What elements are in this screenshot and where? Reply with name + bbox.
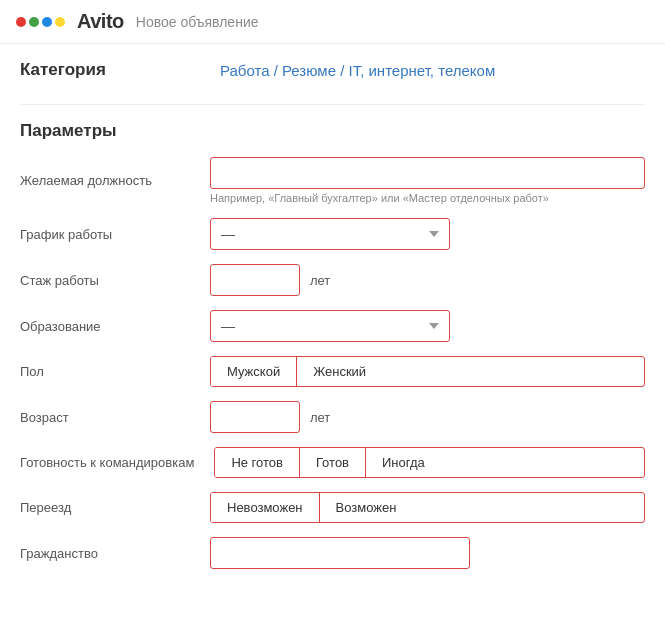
field-gender: Пол Мужской Женский [20,356,645,387]
work-schedule-select[interactable]: — Полный день Неполный день Сменный Вахт… [210,218,450,250]
divider [20,104,645,105]
trips-not-ready-btn[interactable]: Не готов [215,448,300,477]
field-age: Возраст лет [20,401,645,433]
category-link[interactable]: Работа / Резюме / IT, интернет, телеком [220,62,495,79]
label-relocation: Переезд [20,500,190,515]
app-header: Avito Новое объявление [0,0,665,44]
work-experience-unit: лет [310,273,330,288]
citizenship-control [210,537,645,569]
circle-green [29,17,39,27]
label-business-trips: Готовность к командировкам [20,455,194,470]
education-select[interactable]: — Среднее Среднее специальное Неоконченн… [210,310,450,342]
field-business-trips: Готовность к командировкам Не готов Гото… [20,447,645,478]
label-desired-position: Желаемая должность [20,173,190,188]
citizenship-input[interactable] [210,537,470,569]
work-experience-input[interactable] [210,264,300,296]
label-work-schedule: График работы [20,227,190,242]
label-education: Образование [20,319,190,334]
page-subtitle: Новое объявление [136,14,259,30]
trips-sometimes-btn[interactable]: Иногда [366,448,441,477]
field-relocation: Переезд Невозможен Возможен [20,492,645,523]
main-content: Категория Работа / Резюме / IT, интернет… [0,44,665,599]
relocation-control: Невозможен Возможен [210,492,645,523]
work-schedule-control: — Полный день Неполный день Сменный Вахт… [210,218,645,250]
circle-red [16,17,26,27]
circle-yellow [55,17,65,27]
age-input[interactable] [210,401,300,433]
gender-btn-group: Мужской Женский [210,356,645,387]
params-title: Параметры [20,121,645,141]
field-education: Образование — Среднее Среднее специально… [20,310,645,342]
trips-ready-btn[interactable]: Готов [300,448,366,477]
age-control: лет [210,401,645,433]
label-age: Возраст [20,410,190,425]
education-control: — Среднее Среднее специальное Неоконченн… [210,310,645,342]
relocation-possible-btn[interactable]: Возможен [320,493,413,522]
relocation-btn-group: Невозможен Возможен [210,492,645,523]
relocation-impossible-btn[interactable]: Невозможен [211,493,320,522]
label-citizenship: Гражданство [20,546,190,561]
field-desired-position: Желаемая должность Например, «Главный бу… [20,157,645,204]
logo-text: Avito [77,10,124,33]
circle-blue [42,17,52,27]
field-work-experience: Стаж работы лет [20,264,645,296]
category-label: Категория [20,60,160,80]
label-work-experience: Стаж работы [20,273,190,288]
label-gender: Пол [20,364,190,379]
field-citizenship: Гражданство [20,537,645,569]
business-trips-btn-group: Не готов Готов Иногда [214,447,645,478]
business-trips-control: Не готов Готов Иногда [214,447,645,478]
gender-female-btn[interactable]: Женский [297,357,382,386]
desired-position-control: Например, «Главный бухгалтер» или «Масте… [210,157,645,204]
avito-logo [16,17,65,27]
desired-position-input[interactable] [210,157,645,189]
gender-male-btn[interactable]: Мужской [211,357,297,386]
desired-position-hint: Например, «Главный бухгалтер» или «Масте… [210,192,645,204]
work-experience-control: лет [210,264,645,296]
gender-control: Мужской Женский [210,356,645,387]
age-unit: лет [310,410,330,425]
field-work-schedule: График работы — Полный день Неполный ден… [20,218,645,250]
category-row: Категория Работа / Резюме / IT, интернет… [20,60,645,80]
